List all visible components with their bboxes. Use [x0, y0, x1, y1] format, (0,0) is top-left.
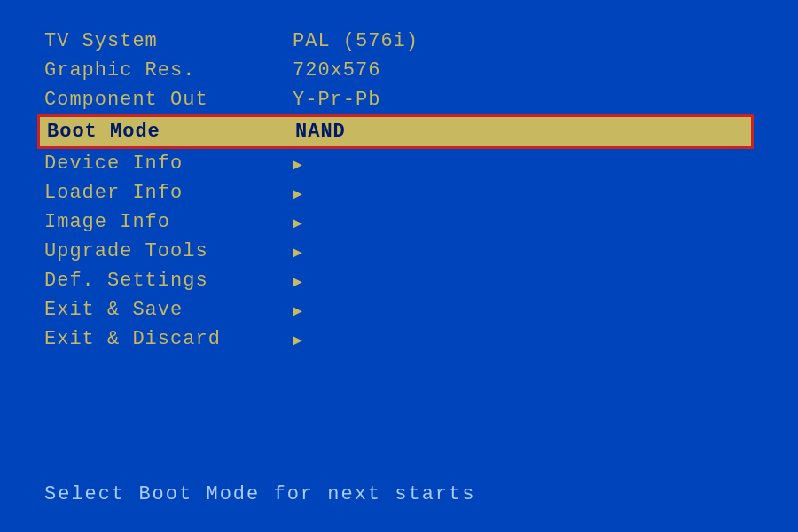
menu-value-boot-mode: NAND: [295, 121, 346, 143]
menu-item-graphic-res[interactable]: Graphic Res.720x576: [44, 56, 754, 85]
menu-arrow-image-info: ▶: [293, 213, 303, 232]
menu-item-tv-system[interactable]: TV SystemPAL (576i): [44, 27, 754, 56]
menu-value-graphic-res: 720x576: [293, 59, 380, 82]
menu-label-boot-mode: Boot Mode: [47, 121, 278, 143]
menu-item-boot-mode[interactable]: Boot ModeNAND: [37, 114, 754, 149]
menu-item-device-info[interactable]: Device Info▶: [44, 149, 754, 178]
menu-item-exit-discard[interactable]: Exit & Discard▶: [44, 325, 754, 354]
menu-item-upgrade-tools[interactable]: Upgrade Tools▶: [44, 237, 754, 266]
menu-arrow-loader-info: ▶: [293, 184, 303, 203]
menu-value-component-out: Y-Pr-Pb: [293, 89, 380, 111]
menu-label-exit-save: Exit & Save: [44, 299, 275, 321]
menu-item-loader-info[interactable]: Loader Info▶: [44, 178, 754, 207]
menu-item-exit-save[interactable]: Exit & Save▶: [44, 295, 754, 325]
menu-label-image-info: Image Info: [44, 211, 275, 233]
menu-container: TV SystemPAL (576i)Graphic Res.720x576Co…: [44, 27, 754, 354]
status-text: Select Boot Mode for next starts: [44, 483, 475, 505]
status-bar: Select Boot Mode for next starts: [44, 483, 754, 505]
menu-item-component-out[interactable]: Component OutY-Pr-Pb: [44, 85, 754, 114]
menu-arrow-exit-save: ▶: [293, 301, 303, 320]
menu-arrow-upgrade-tools: ▶: [293, 242, 303, 262]
bios-screen: TV SystemPAL (576i)Graphic Res.720x576Co…: [0, 0, 798, 532]
menu-label-component-out: Component Out: [44, 89, 275, 111]
menu-arrow-exit-discard: ▶: [293, 330, 303, 349]
menu-label-device-info: Device Info: [44, 153, 275, 175]
menu-item-image-info[interactable]: Image Info▶: [44, 207, 754, 237]
menu-label-graphic-res: Graphic Res.: [44, 59, 275, 82]
menu-label-loader-info: Loader Info: [44, 182, 275, 204]
menu-value-tv-system: PAL (576i): [293, 30, 419, 52]
menu-label-exit-discard: Exit & Discard: [44, 328, 275, 350]
menu-label-tv-system: TV System: [44, 30, 275, 52]
menu-item-def-settings[interactable]: Def. Settings▶: [44, 266, 754, 295]
menu-label-upgrade-tools: Upgrade Tools: [44, 240, 275, 262]
menu-arrow-def-settings: ▶: [293, 271, 303, 291]
menu-label-def-settings: Def. Settings: [44, 270, 275, 292]
menu-arrow-device-info: ▶: [293, 154, 303, 174]
